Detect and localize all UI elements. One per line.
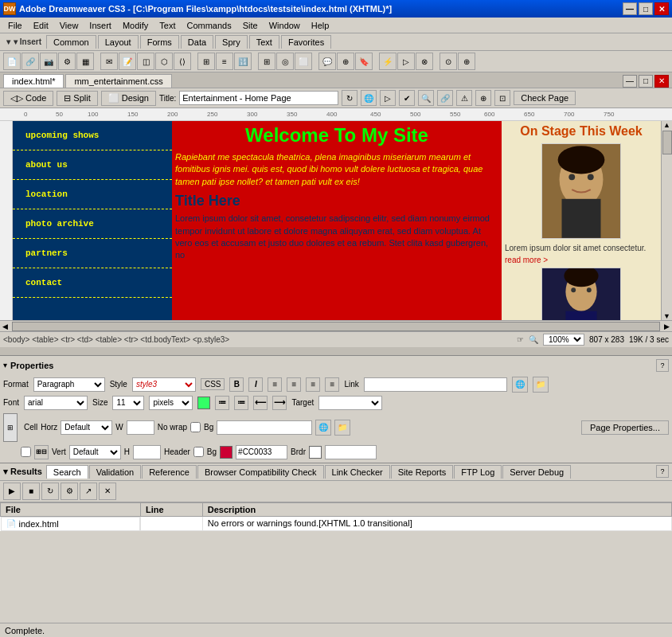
tool-14[interactable]: ⊞ [258, 53, 275, 70]
no-wrap-checkbox[interactable] [190, 422, 201, 432]
tab-text[interactable]: Text [249, 35, 279, 49]
brdr-color-box[interactable] [309, 446, 322, 459]
css-button[interactable]: CSS [201, 378, 225, 390]
check-links-button[interactable]: 🔗 [437, 90, 453, 106]
tool-16[interactable]: ⬜ [295, 53, 312, 70]
bold-button[interactable]: B [229, 377, 244, 392]
tool-15[interactable]: ◎ [276, 53, 294, 70]
results-settings-button[interactable]: ⚙ [61, 483, 78, 500]
link-input[interactable] [364, 377, 507, 392]
results-tab-search[interactable]: Search [46, 465, 88, 479]
tool-3[interactable]: 📷 [40, 53, 57, 70]
tab-forms[interactable]: Forms [140, 35, 179, 49]
results-tab-reference[interactable]: Reference [142, 465, 197, 479]
cell-checkbox[interactable] [21, 447, 31, 457]
align-right-button[interactable]: ≡ [306, 377, 320, 392]
read-more-link[interactable]: read more > [505, 256, 658, 264]
vertical-scrollbar[interactable]: ▲ ▼ [661, 121, 672, 320]
bg-folder-button[interactable]: 📁 [334, 420, 350, 436]
align-center-button[interactable]: ≡ [287, 377, 301, 392]
tool-13[interactable]: 🔢 [234, 53, 252, 70]
check-browser-button[interactable]: ⚠ [456, 90, 472, 106]
vert-select[interactable]: Default [69, 445, 121, 459]
doc-close-button[interactable]: ✕ [654, 75, 669, 88]
results-tab-browser[interactable]: Browser Compatibility Check [197, 465, 324, 479]
menu-help[interactable]: Help [307, 19, 334, 32]
menu-insert[interactable]: Insert [84, 19, 116, 32]
doc-minimize-button[interactable]: — [623, 75, 637, 88]
page-properties-button[interactable]: Page Properties... [581, 420, 669, 435]
zoom-select[interactable]: 100% 150% 200% 50% [543, 334, 584, 346]
menu-edit[interactable]: Edit [29, 19, 53, 32]
design-view-button[interactable]: ⬜ Design [101, 91, 156, 106]
refresh-button[interactable]: ↻ [342, 90, 357, 106]
style-select[interactable]: style3 [132, 377, 196, 392]
doctype-button[interactable]: ⊡ [494, 90, 510, 106]
nav-upcoming-shows[interactable]: upcoming shows [13, 121, 172, 150]
link-browse-button[interactable]: 🌐 [512, 377, 528, 393]
tool-4[interactable]: ⚙ [58, 53, 76, 70]
scroll-thumb[interactable] [662, 131, 672, 154]
results-tab-server-debug[interactable]: Server Debug [502, 465, 571, 479]
tool-2[interactable]: 🔗 [21, 53, 39, 70]
merge-button[interactable]: ⊞⊟ [34, 445, 49, 459]
doc-maximize-button[interactable]: □ [639, 75, 653, 88]
tab-spry[interactable]: Spry [215, 35, 248, 49]
debug-button[interactable]: 🔍 [418, 90, 434, 106]
text-color-box[interactable] [197, 397, 210, 409]
link-folder-button[interactable]: 📁 [533, 377, 549, 393]
indent-button[interactable]: ⟶ [272, 396, 287, 410]
minimize-button[interactable]: — [623, 2, 637, 15]
tool-20[interactable]: ⚡ [379, 53, 397, 70]
results-help-button[interactable]: ? [656, 465, 669, 478]
preview-button[interactable]: ▷ [380, 90, 396, 106]
size-unit-select[interactable]: pixels [149, 396, 193, 410]
browse-button[interactable]: 🌐 [361, 90, 377, 106]
nav-contact[interactable]: contact [13, 268, 172, 298]
tool-10[interactable]: ⟨⟩ [174, 53, 191, 70]
tool-18[interactable]: ⊕ [337, 53, 354, 70]
align-left-button[interactable]: ≡ [268, 377, 282, 392]
tab-index-html[interactable]: index.html* [3, 74, 64, 88]
nav-about-us[interactable]: about us [13, 150, 172, 180]
results-stop-button[interactable]: ■ [22, 483, 40, 500]
tool-12[interactable]: ≡ [216, 53, 233, 70]
italic-button[interactable]: I [248, 377, 263, 392]
menu-commands[interactable]: Commands [182, 19, 236, 32]
menu-file[interactable]: File [3, 19, 27, 32]
code-view-button[interactable]: ◁▷ Code [3, 91, 53, 106]
tool-22[interactable]: ⊗ [416, 53, 433, 70]
tool-8[interactable]: ◫ [137, 53, 154, 70]
tool-11[interactable]: ⊞ [197, 53, 215, 70]
tool-9[interactable]: ⬡ [155, 53, 173, 70]
tool-5[interactable]: ▦ [76, 53, 94, 70]
page-title-input[interactable] [179, 91, 338, 105]
tab-css[interactable]: mm_entertainment.css [65, 74, 171, 88]
font-select[interactable]: arial [24, 396, 88, 410]
validate-button[interactable]: ✔ [399, 90, 415, 106]
tool-1[interactable]: 📄 [3, 53, 21, 70]
results-tab-ftp[interactable]: FTP Log [454, 465, 502, 479]
horz-select[interactable]: Default [61, 420, 112, 435]
results-tab-links[interactable]: Link Checker [325, 465, 390, 479]
bg-browse-button[interactable]: 🌐 [315, 420, 331, 436]
tool-19[interactable]: 🔖 [355, 53, 373, 70]
cleanup-button[interactable]: ⊕ [475, 90, 491, 106]
header-checkbox[interactable] [193, 447, 204, 457]
menu-window[interactable]: Window [264, 19, 305, 32]
tab-data[interactable]: Data [181, 35, 213, 49]
close-button[interactable]: ✕ [654, 2, 669, 15]
check-page-button[interactable]: Check Page [514, 91, 576, 105]
tool-23[interactable]: ⊙ [440, 53, 457, 70]
width-input[interactable] [127, 420, 154, 435]
bg-color-input[interactable] [236, 445, 287, 459]
split-view-button[interactable]: ⊟ Split [57, 91, 97, 106]
results-refresh-button[interactable]: ↻ [41, 483, 59, 500]
outdent-button[interactable]: ⟵ [253, 396, 268, 410]
menu-modify[interactable]: Modify [118, 19, 153, 32]
results-clear-button[interactable]: ✕ [99, 483, 116, 500]
menu-text[interactable]: Text [154, 19, 180, 32]
tab-layout[interactable]: Layout [98, 35, 139, 49]
tool-17[interactable]: 💬 [318, 53, 336, 70]
format-select[interactable]: Paragraph [33, 377, 105, 392]
